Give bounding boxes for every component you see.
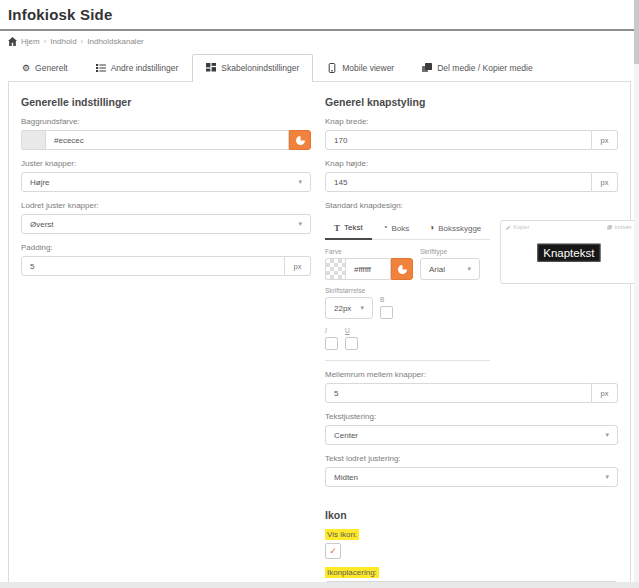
button-height-input[interactable]: 145 [325, 172, 592, 192]
general-settings-column: Generelle indstillinger Baggrundsfarve: … [21, 86, 311, 582]
infokiosk-page: Infokiosk Side Hjem › Indhold › Indholds… [0, 0, 639, 582]
font-color-input[interactable]: #ffffff [345, 258, 391, 280]
design-tab-boksskygge[interactable]: ◑ Boksskygge [420, 218, 490, 239]
show-icon-checkbox[interactable]: ✓ [325, 543, 341, 559]
button-spacing-group: 5 px [325, 383, 618, 403]
copy-icon [607, 225, 612, 230]
font-color-label: Farve [325, 248, 413, 255]
settings-panel: Generelle indstillinger Baggrundsfarve: … [8, 81, 631, 582]
breadcrumb-item-indhold[interactable]: Indhold [50, 37, 76, 46]
icon-section-heading: Ikon [325, 509, 618, 521]
pencil-icon [506, 225, 511, 230]
padding-input[interactable]: 5 [21, 256, 285, 276]
design-controls-row-1: Farve #ffffff [325, 248, 490, 319]
button-width-input[interactable]: 170 [325, 130, 592, 150]
design-tab-tekst[interactable]: T Tekst [325, 218, 372, 240]
valign-buttons-value: Øverst [30, 220, 54, 229]
italic-checkbox[interactable] [325, 337, 338, 350]
breadcrumb-item-indholdskanaler[interactable]: Indholdskanaler [87, 37, 143, 46]
font-family-label: Skrifttype [420, 248, 480, 255]
button-width-unit: px [592, 130, 618, 150]
scrollbar-thumb[interactable] [634, 0, 639, 64]
align-buttons-label: Juster knapper: [21, 159, 311, 168]
general-settings-heading: Generelle indstillinger [21, 96, 311, 108]
tab-generelt[interactable]: ⚙ Generelt [8, 54, 82, 81]
underline-label: U [345, 327, 358, 334]
button-height-label: Knap højde: [325, 159, 618, 168]
preview-copy-link[interactable]: Kopier [506, 224, 529, 230]
button-design-tabs: T Tekst ◔ Boks ◑ Boksskygge [325, 218, 490, 240]
font-size-select[interactable]: 22px [325, 297, 373, 319]
text-align-select[interactable]: Center [325, 425, 618, 445]
align-buttons-value: Højre [30, 178, 50, 187]
gear-icon: ⚙ [22, 63, 30, 73]
list-icon [96, 63, 106, 73]
icon-placement-select[interactable]: Top [325, 581, 618, 582]
padding-group: 5 px [21, 256, 311, 276]
text-valign-select[interactable]: Midten [325, 467, 618, 487]
grid-icon [206, 63, 216, 73]
bold-label: B [380, 296, 393, 303]
design-tab-boks[interactable]: ◔ Boks [374, 218, 419, 239]
mobile-icon [327, 63, 337, 73]
button-styling-heading: Generel knapstyling [325, 96, 618, 108]
button-design-label: Standard knapdesign: [325, 201, 618, 210]
boks-icon: ◔ [383, 224, 388, 232]
italic-label: I [325, 327, 338, 334]
design-controls-row-2: I U [325, 327, 490, 350]
font-size-value: 22px [334, 304, 351, 313]
align-buttons-select[interactable]: Højre [21, 172, 311, 192]
text-icon: T [334, 224, 340, 232]
bold-checkbox[interactable] [380, 306, 393, 319]
tab-del-medie-kopier-medie[interactable]: Del medie / Kopier medie [408, 54, 546, 81]
background-color-input[interactable]: #ececec [45, 130, 289, 150]
button-preview-box: Kopier Indsæt Knaptekst [500, 220, 637, 284]
font-family-select[interactable]: Arial [420, 258, 480, 280]
button-styling-column: Generel knapstyling Knap brede: 170 px K… [325, 86, 618, 582]
main-tabbar: ⚙ Generelt Andre indstillinger Skabeloni… [8, 54, 631, 81]
design-tab-label: Boks [392, 224, 410, 233]
button-spacing-input[interactable]: 5 [325, 383, 592, 403]
padding-label: Padding: [21, 243, 311, 252]
button-design-block: T Tekst ◔ Boks ◑ Boksskygge [325, 214, 618, 361]
button-width-group: 170 px [325, 130, 618, 150]
boksskygge-icon: ◑ [429, 224, 434, 232]
bold-control: B [380, 296, 393, 319]
button-spacing-unit: px [592, 383, 618, 403]
design-tab-label: Tekst [344, 223, 363, 232]
text-align-label: Tekstjustering: [325, 412, 618, 421]
color-wheel-icon [296, 131, 305, 149]
button-preview-text: Knaptekst [537, 244, 600, 262]
tab-mobile-viewer[interactable]: Mobile viewer [313, 54, 408, 81]
breadcrumb-separator: › [44, 37, 47, 46]
icon-placement-label: Ikonplacering: [325, 568, 618, 577]
text-align-value: Center [334, 431, 358, 440]
breadcrumb-item-hjem[interactable]: Hjem [21, 37, 40, 46]
button-height-group: 145 px [325, 172, 618, 192]
background-color-swatch [21, 130, 45, 150]
underline-control: U [345, 327, 358, 350]
scrollbar[interactable] [634, 0, 639, 582]
valign-buttons-select[interactable]: Øverst [21, 214, 311, 234]
design-tab-label: Boksskygge [438, 224, 481, 233]
tab-label: Mobile viewer [342, 63, 394, 73]
color-picker-button[interactable] [391, 258, 413, 280]
tab-label: Generelt [35, 63, 68, 73]
font-size-label: Skriftstørrelse [325, 287, 373, 294]
preview-paste-link[interactable]: Indsæt [607, 224, 631, 230]
tab-label: Skabelonindstillinger [221, 63, 299, 73]
font-color-control: Farve #ffffff [325, 248, 413, 280]
underline-checkbox[interactable] [345, 337, 358, 350]
font-color-swatch [325, 258, 345, 280]
color-picker-button[interactable] [289, 130, 311, 150]
text-valign-label: Tekst lodret justering: [325, 454, 618, 463]
button-width-label: Knap brede: [325, 117, 618, 126]
tab-andre-indstillinger[interactable]: Andre indstillinger [82, 54, 193, 81]
color-wheel-icon [398, 260, 407, 278]
tab-skabelonindstillinger[interactable]: Skabelonindstillinger [192, 54, 313, 82]
tab-label: Andre indstillinger [111, 63, 179, 73]
show-icon-label: Vis ikon: [325, 530, 618, 539]
button-design-controls: T Tekst ◔ Boks ◑ Boksskygge [325, 214, 490, 361]
text-valign-value: Midten [334, 473, 358, 482]
valign-buttons-label: Lodret juster knapper: [21, 201, 311, 210]
